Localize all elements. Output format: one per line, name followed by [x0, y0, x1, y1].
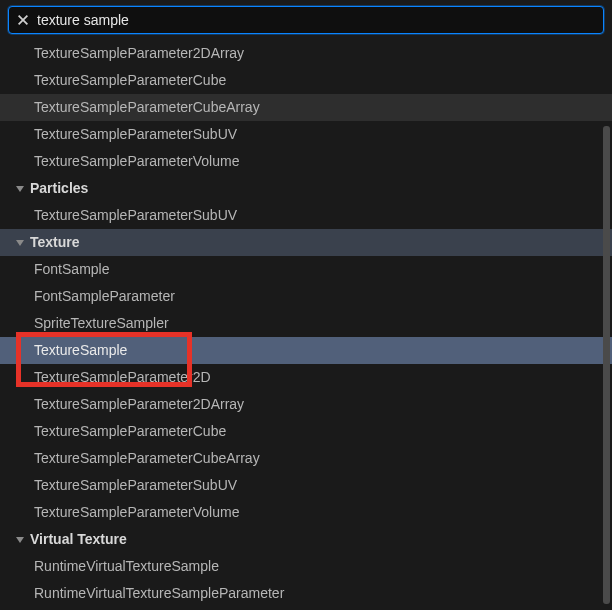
tree-item[interactable]: RuntimeVirtualTextureSampleParameter [0, 580, 612, 607]
tree-item-label: TextureSampleParameter2DArray [0, 396, 244, 412]
tree-item[interactable]: TextureSampleParameterCubeArray [0, 94, 612, 121]
tree-item-label: SpriteTextureSampler [0, 315, 169, 331]
tree-item-label: TextureSampleParameter2D [0, 369, 211, 385]
results-tree: TextureSampleParameter2DArrayTextureSamp… [0, 38, 612, 607]
tree-item[interactable]: TextureSampleParameterVolume [0, 148, 612, 175]
scrollbar[interactable] [603, 126, 610, 604]
tree-item-label: TextureSampleParameterSubUV [0, 207, 237, 223]
tree-category[interactable]: Virtual Texture [0, 526, 612, 553]
tree-item-label: TextureSample [0, 342, 127, 358]
tree-category[interactable]: Particles [0, 175, 612, 202]
tree-item[interactable]: TextureSampleParameterCube [0, 418, 612, 445]
tree-item-label: RuntimeVirtualTextureSampleParameter [0, 585, 284, 601]
tree-item[interactable]: TextureSampleParameter2DArray [0, 391, 612, 418]
tree-item-label: TextureSampleParameterCubeArray [0, 99, 260, 115]
tree-item[interactable]: TextureSample [0, 337, 612, 364]
scrollbar-thumb[interactable] [603, 126, 610, 604]
context-menu-panel: TextureSampleParameter2DArrayTextureSamp… [0, 6, 612, 610]
tree-item[interactable]: FontSample [0, 256, 612, 283]
tree-item[interactable]: TextureSampleParameterVolume [0, 499, 612, 526]
search-bar [8, 6, 604, 34]
tree-item-label: TextureSampleParameterSubUV [0, 126, 237, 142]
tree-item-label: TextureSampleParameterCube [0, 423, 226, 439]
chevron-down-icon [14, 237, 26, 249]
tree-item[interactable]: TextureSampleParameterSubUV [0, 121, 612, 148]
tree-item[interactable]: TextureSampleParameterCube [0, 67, 612, 94]
search-input[interactable] [37, 12, 597, 28]
tree-item-label: TextureSampleParameterCube [0, 72, 226, 88]
tree-item[interactable]: TextureSampleParameter2D [0, 364, 612, 391]
tree-item-label: TextureSampleParameterCubeArray [0, 450, 260, 466]
tree-item-label: Virtual Texture [26, 526, 127, 553]
tree-item[interactable]: TextureSampleParameterCubeArray [0, 445, 612, 472]
tree-item-label: Particles [26, 175, 88, 202]
tree-item-label: Texture [26, 229, 80, 256]
tree-item[interactable]: TextureSampleParameter2DArray [0, 40, 612, 67]
tree-item-label: FontSampleParameter [0, 288, 175, 304]
tree-item[interactable]: TextureSampleParameterSubUV [0, 202, 612, 229]
tree-category[interactable]: Texture [0, 229, 612, 256]
tree-item[interactable]: SpriteTextureSampler [0, 310, 612, 337]
tree-item[interactable]: FontSampleParameter [0, 283, 612, 310]
chevron-down-icon [14, 534, 26, 546]
tree-item[interactable]: TextureSampleParameterSubUV [0, 472, 612, 499]
tree-item[interactable]: RuntimeVirtualTextureSample [0, 553, 612, 580]
clear-search-icon[interactable] [15, 12, 31, 28]
tree-item-label: RuntimeVirtualTextureSample [0, 558, 219, 574]
tree-item-label: FontSample [0, 261, 109, 277]
tree-item-label: TextureSampleParameter2DArray [0, 45, 244, 61]
tree-item-label: TextureSampleParameterSubUV [0, 477, 237, 493]
tree-item-label: TextureSampleParameterVolume [0, 153, 239, 169]
chevron-down-icon [14, 183, 26, 195]
tree-item-label: TextureSampleParameterVolume [0, 504, 239, 520]
